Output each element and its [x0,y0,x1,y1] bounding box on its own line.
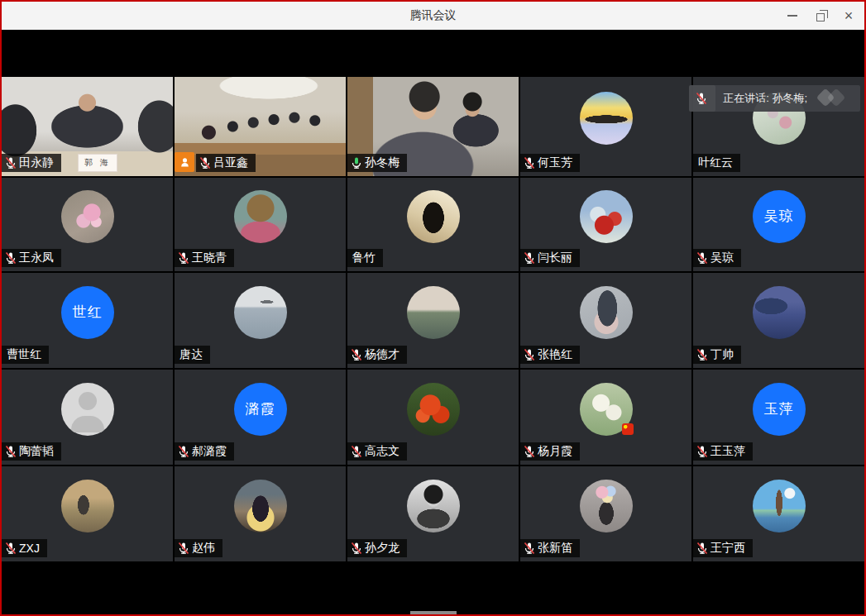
participant-name: 张艳红 [538,347,572,362]
participant-name-label: 张新笛 [520,539,580,557]
avatar-image [407,480,460,532]
avatar-image [407,286,460,339]
participant-name: 鲁竹 [352,251,376,265]
avatar [234,286,287,339]
participant-tile[interactable]: 郭 海 田永静 [2,77,173,176]
participant-name-label: 郝潞霞 [175,442,234,461]
participant-tile[interactable]: 王宁西 [693,466,864,561]
mic-muted-icon [523,348,536,361]
mic-muted-icon [696,348,709,361]
participant-tile[interactable]: 孙冬梅 [347,77,519,176]
participant-tile[interactable]: 张新笛 [520,466,691,561]
mic-muted-icon [696,445,709,458]
participant-tile[interactable]: 王永凤 [2,178,173,271]
participant-tile[interactable]: 潞霞 郝潞霞 [175,370,346,465]
avatar: 世红 [61,286,114,339]
app-window: 腾讯会议 × 郭 海 [0,0,866,616]
participant-name: 王晓青 [192,251,227,265]
avatar [61,383,114,436]
participant-name-label: 鲁竹 [347,249,383,267]
name-label-row: 唐达 [175,346,210,364]
avatar-image [234,286,287,339]
name-label-row: 赵伟 [175,539,222,557]
participant-tile[interactable]: 吴琼 吴琼 [693,178,864,271]
participant-name-label: 吴琼 [693,249,741,267]
participant-name-label: 孙夕龙 [347,539,407,557]
participant-tile[interactable]: 陶蕾韬 [2,370,173,465]
participant-tile[interactable]: 张艳红 [520,273,691,368]
participant-name-label: 王玉萍 [693,442,753,461]
restore-button[interactable] [806,2,835,30]
participant-name: 王永凤 [19,251,54,265]
mic-muted-icon [4,445,17,458]
participant-tile[interactable]: 何玉芳 [520,77,691,176]
speaking-banner-text: 正在讲话: 孙冬梅; [723,91,807,106]
avatar [580,383,633,436]
participant-name: 杨德才 [365,347,400,362]
participant-tile[interactable]: 孙夕龙 [347,466,519,561]
participant-tile[interactable]: 唐达 [175,273,346,368]
participant-tile[interactable]: 玉萍 王玉萍 [693,370,864,465]
participant-name: 吴琼 [711,251,734,265]
participant-name: 王宁西 [711,541,745,556]
avatar-image: 世红 [61,286,114,339]
avatar-image [61,190,114,243]
participant-name-label: 杨德才 [347,346,407,364]
name-label-row: 田永静 [2,154,61,172]
name-label-row: 曹世红 [2,346,49,364]
mic-muted-icon [177,542,190,555]
name-label-row: 王永凤 [2,249,61,267]
participant-name: 郝潞霞 [192,444,227,459]
avatar [407,383,460,436]
close-button[interactable]: × [835,2,863,30]
participant-tile[interactable]: ZXJ [2,466,173,561]
participant-name-label: ZXJ [2,539,47,557]
participant-name: 丁帅 [711,347,734,362]
avatar: 潞霞 [234,383,287,436]
participant-tile[interactable]: 世红 曹世红 [2,273,173,368]
participant-name-label: 王宁西 [693,539,753,557]
mic-muted-icon [199,156,212,170]
participant-name-label: 陶蕾韬 [2,442,61,461]
participant-name: 张新笛 [538,541,572,556]
participant-tile[interactable]: 杨德才 [347,273,519,368]
avatar [580,286,633,339]
participant-tile[interactable]: 闫长丽 [520,178,691,271]
participant-name-label: 田永静 [2,154,61,172]
participant-tile[interactable]: 高志文 [347,370,519,465]
name-label-row: 王玉萍 [693,442,753,461]
participant-tile[interactable]: 丁帅 [693,273,864,368]
name-label-row: 张新笛 [520,539,580,557]
mic-muted-icon [177,251,190,265]
name-label-row: 孙冬梅 [347,154,407,172]
minimize-button[interactable] [778,2,806,30]
name-label-row: 张艳红 [520,346,580,364]
mic-muted-icon [4,542,17,555]
mic-muted-icon [4,156,17,170]
avatar-image [753,286,806,339]
participant-tile[interactable]: 吕亚鑫 [175,77,346,176]
avatar-image: 潞霞 [234,383,287,436]
avatar-image [580,92,633,145]
avatar [407,480,460,532]
name-label-row: 吕亚鑫 [175,152,256,172]
participant-tile[interactable]: 王晓青 [175,178,346,271]
participant-tile[interactable]: 杨月霞 [520,370,691,465]
participant-name-label: 王晓青 [175,249,234,267]
name-label-row: 何玉芳 [520,154,580,172]
name-label-row: 郝潞霞 [175,442,234,461]
mic-muted-icon [523,542,536,555]
participant-name: 杨月霞 [538,444,572,459]
participant-name: 孙冬梅 [365,155,400,170]
name-label-row: 杨月霞 [520,442,580,461]
window-controls: × [778,2,863,30]
avatar [580,92,633,145]
avatar-image [753,480,806,532]
participant-name-label: 吕亚鑫 [196,154,256,172]
participant-tile[interactable]: 鲁竹 [347,178,519,271]
avatar-image: 玉萍 [753,383,806,436]
mic-muted-icon [523,445,536,458]
mic-muted-icon [350,348,363,361]
participant-tile[interactable]: 赵伟 [175,466,346,561]
avatar-image [61,383,114,436]
